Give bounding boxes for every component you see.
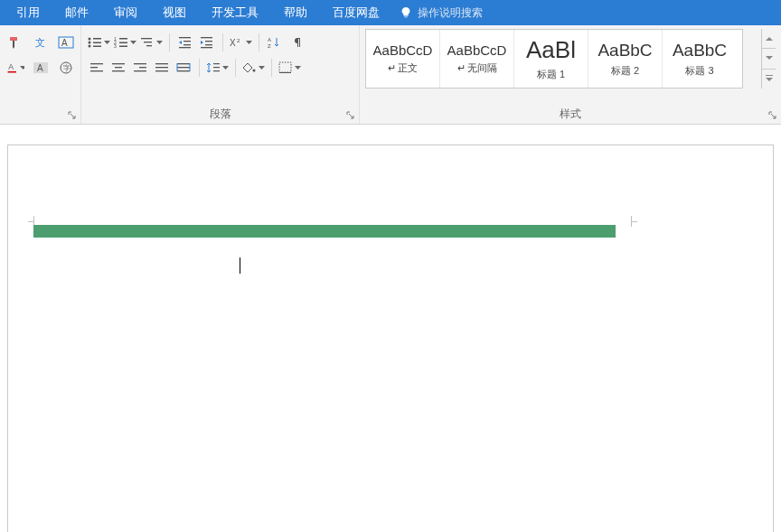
document-page[interactable] bbox=[7, 145, 774, 532]
svg-rect-31 bbox=[201, 47, 212, 48]
style-normal[interactable]: AaBbCcD ↵正文 bbox=[366, 30, 440, 88]
style-preview: AaBbCcD bbox=[447, 42, 507, 58]
header-text bbox=[33, 225, 616, 238]
style-heading2[interactable]: AaBbC 标题 2 bbox=[588, 30, 663, 88]
style-no-spacing[interactable]: AaBbCcD ↵无间隔 bbox=[440, 30, 514, 88]
sort-icon: AZ bbox=[268, 36, 282, 49]
svg-point-9 bbox=[89, 38, 91, 41]
svg-text:2: 2 bbox=[237, 38, 240, 43]
separator bbox=[271, 59, 272, 77]
svg-rect-48 bbox=[177, 63, 190, 64]
chevron-down-icon bbox=[156, 41, 163, 45]
styles-scroll bbox=[761, 29, 776, 89]
highlight-button[interactable]: A bbox=[31, 58, 51, 78]
ribbon-tabs: 引用 邮件 审阅 视图 开发工具 帮助 百度网盘 操作说明搜索 bbox=[0, 0, 781, 25]
margin-guide bbox=[631, 216, 632, 227]
svg-rect-40 bbox=[115, 67, 122, 68]
decrease-indent-button[interactable] bbox=[175, 33, 195, 52]
line-spacing-icon bbox=[206, 61, 221, 74]
asian-layout-button[interactable]: X2 bbox=[229, 33, 253, 52]
chevron-down-icon bbox=[104, 41, 110, 45]
tab-view[interactable]: 视图 bbox=[150, 0, 199, 25]
bullets-button[interactable] bbox=[87, 33, 111, 52]
multilevel-list-button[interactable] bbox=[139, 33, 164, 52]
document-area[interactable] bbox=[0, 125, 781, 532]
svg-rect-20 bbox=[119, 46, 127, 48]
format-painter-button[interactable] bbox=[5, 33, 25, 52]
tab-developer[interactable]: 开发工具 bbox=[199, 0, 271, 25]
justify-button[interactable] bbox=[152, 58, 172, 78]
show-paragraph-marks-button[interactable] bbox=[287, 33, 306, 52]
svg-point-54 bbox=[253, 70, 256, 72]
multilevel-list-icon bbox=[140, 36, 155, 49]
character-shading-icon: A bbox=[33, 61, 49, 75]
borders-button[interactable] bbox=[278, 58, 302, 78]
font-dialog-launcher[interactable] bbox=[66, 109, 79, 122]
svg-rect-57 bbox=[766, 75, 773, 76]
margin-guide bbox=[632, 221, 637, 222]
align-left-button[interactable] bbox=[87, 58, 107, 78]
font-group: 文 A A A 字 bbox=[0, 25, 81, 124]
tab-mailings[interactable]: 邮件 bbox=[52, 0, 101, 25]
align-right-button[interactable] bbox=[130, 58, 150, 78]
style-preview: AaBbCcD bbox=[373, 42, 433, 58]
tab-references[interactable]: 引用 bbox=[4, 0, 52, 25]
sort-button[interactable]: AZ bbox=[265, 33, 285, 52]
svg-rect-30 bbox=[205, 44, 212, 45]
svg-rect-51 bbox=[213, 63, 220, 64]
svg-text:X: X bbox=[230, 38, 236, 48]
align-center-icon bbox=[111, 61, 126, 74]
line-spacing-button[interactable] bbox=[205, 58, 230, 78]
svg-rect-24 bbox=[179, 37, 191, 38]
increase-indent-button[interactable] bbox=[197, 33, 217, 52]
styles-dialog-launcher[interactable] bbox=[767, 109, 779, 122]
justify-icon bbox=[155, 61, 169, 74]
phonetic-guide-icon: 文 bbox=[33, 35, 48, 50]
align-right-icon bbox=[133, 61, 147, 74]
svg-rect-56 bbox=[279, 72, 291, 73]
svg-text:A: A bbox=[268, 37, 271, 42]
enclose-characters-button[interactable]: 字 bbox=[56, 58, 76, 78]
character-border-button[interactable]: A bbox=[56, 33, 76, 52]
tab-baidu-netdisk[interactable]: 百度网盘 bbox=[320, 0, 392, 25]
tab-review[interactable]: 审阅 bbox=[101, 0, 150, 25]
svg-text:A: A bbox=[61, 38, 68, 48]
styles-scroll-down[interactable] bbox=[762, 49, 776, 69]
svg-rect-18 bbox=[119, 42, 127, 44]
chevron-down-icon bbox=[222, 66, 229, 70]
align-center-button[interactable] bbox=[108, 58, 128, 78]
styles-group: AaBbCcD ↵正文 AaBbCcD ↵无间隔 AaBl 标题 1 AaBbC… bbox=[360, 25, 781, 124]
tell-me-search[interactable]: 操作说明搜索 bbox=[400, 5, 483, 21]
paragraph-group: 123 X2 bbox=[81, 25, 360, 124]
svg-rect-36 bbox=[90, 63, 103, 64]
chevron-down-icon bbox=[246, 41, 252, 45]
paragraph-group-label: 段落 bbox=[81, 107, 359, 122]
style-name: 标题 3 bbox=[685, 64, 713, 78]
tell-me-label: 操作说明搜索 bbox=[418, 5, 483, 21]
tab-help[interactable]: 帮助 bbox=[271, 0, 320, 25]
chevron-down-icon bbox=[130, 41, 136, 45]
numbering-button[interactable]: 123 bbox=[113, 33, 137, 52]
svg-rect-12 bbox=[93, 42, 101, 44]
styles-scroll-up[interactable] bbox=[762, 29, 776, 49]
svg-rect-22 bbox=[144, 42, 152, 42]
decrease-indent-icon bbox=[178, 36, 193, 49]
pilcrow-icon bbox=[290, 36, 303, 49]
font-color-button[interactable]: A bbox=[5, 58, 25, 78]
style-heading1[interactable]: AaBl 标题 1 bbox=[514, 30, 588, 88]
style-name: 标题 1 bbox=[537, 68, 565, 81]
lightbulb-icon bbox=[400, 6, 412, 19]
bullets-icon bbox=[88, 36, 102, 49]
svg-rect-44 bbox=[134, 70, 146, 71]
style-heading3[interactable]: AaBbC 标题 3 bbox=[663, 30, 737, 88]
distributed-button[interactable] bbox=[174, 58, 193, 78]
style-preview: AaBbC bbox=[598, 41, 652, 61]
svg-rect-45 bbox=[155, 63, 168, 64]
phonetic-guide-button[interactable]: 文 bbox=[31, 33, 51, 52]
format-painter-icon bbox=[8, 35, 23, 50]
svg-text:文: 文 bbox=[35, 37, 45, 48]
paragraph-dialog-launcher[interactable] bbox=[344, 109, 357, 122]
shading-button[interactable] bbox=[241, 58, 266, 78]
styles-expand[interactable] bbox=[762, 70, 776, 89]
svg-rect-4 bbox=[8, 71, 16, 73]
